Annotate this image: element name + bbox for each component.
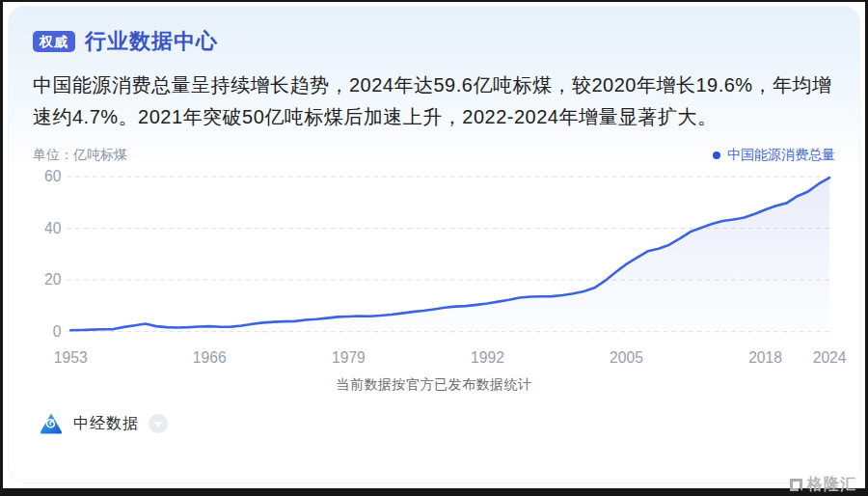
svg-text:2005: 2005 <box>610 349 643 366</box>
collapse-button[interactable] <box>149 414 168 433</box>
legend-label: 中国能源消费总量 <box>727 147 835 164</box>
authority-badge: 权威 <box>33 31 75 53</box>
svg-text:2024: 2024 <box>813 349 847 366</box>
gelonghui-logo-icon <box>790 479 802 491</box>
source-row[interactable]: 中经数据 <box>33 411 835 436</box>
svg-text:1979: 1979 <box>332 349 366 366</box>
summary-text: 中国能源消费总量呈持续增长趋势，2024年达59.6亿吨标煤，较2020年增长1… <box>33 69 835 133</box>
watermark: 格隆汇 <box>790 475 856 495</box>
source-logo-icon <box>39 411 64 436</box>
chart-caption: 当前数据按官方已发布数据统计 <box>33 376 835 394</box>
industry-data-card: 权威 行业数据中心 中国能源消费总量呈持续增长趋势，2024年达59.6亿吨标煤… <box>8 6 860 483</box>
card-header: 权威 行业数据中心 <box>33 27 835 56</box>
source-name: 中经数据 <box>73 414 139 434</box>
legend-item[interactable]: 中国能源消费总量 <box>713 147 835 164</box>
chart-meta-row: 单位：亿吨标煤 中国能源消费总量 <box>33 147 835 164</box>
chart-area[interactable]: 02040601953196619791992200520182024 <box>33 166 835 372</box>
svg-text:1992: 1992 <box>471 349 504 366</box>
svg-text:60: 60 <box>44 168 62 184</box>
svg-text:1966: 1966 <box>193 349 227 366</box>
page-title: 行业数据中心 <box>85 27 218 56</box>
chevron-down-icon <box>153 422 163 427</box>
watermark-text: 格隆汇 <box>807 475 856 495</box>
svg-text:0: 0 <box>53 322 62 339</box>
legend-dot-icon <box>713 152 720 159</box>
svg-text:20: 20 <box>44 271 62 288</box>
data-card-page: 权威 行业数据中心 中国能源消费总量呈持续增长趋势，2024年达59.6亿吨标煤… <box>3 2 865 488</box>
energy-chart: 02040601953196619791992200520182024 <box>33 166 835 372</box>
svg-text:40: 40 <box>44 219 62 235</box>
svg-text:1953: 1953 <box>54 349 88 366</box>
unit-label: 单位：亿吨标煤 <box>33 147 127 164</box>
svg-text:2018: 2018 <box>748 349 782 366</box>
